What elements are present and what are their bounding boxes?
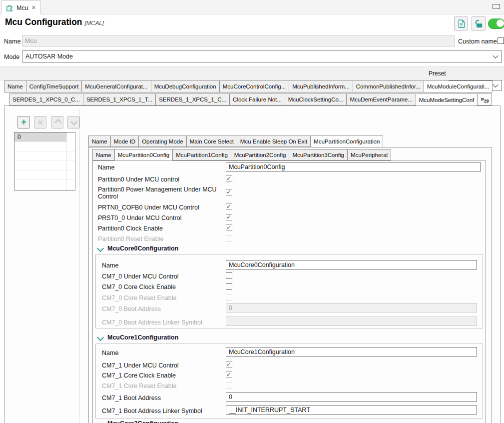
list-item[interactable] <box>14 161 75 170</box>
tab-mcudebugconfiguration[interactable]: McuDebugConfiguration <box>151 80 220 92</box>
custom-name-checkbox[interactable] <box>498 38 504 44</box>
checkbox-cm7-1-under-mcu-control[interactable] <box>226 362 232 368</box>
chevron-up-icon <box>54 118 61 126</box>
checkbox-label: CM7_0 Core Reset Enable <box>102 294 176 302</box>
checkbox-partition0-under-mcu-control[interactable] <box>226 176 232 182</box>
tab-mcucorecontrolconfig[interactable]: McuCoreControlConfig... <box>220 80 290 92</box>
delete-row-button[interactable]: ✕ <box>34 116 46 128</box>
tab-mcuperipheral[interactable]: McuPeripheral <box>348 149 391 160</box>
module-tab-row-2: SERDES_1_XPCS_0_C... SERDES_1_XPCS_1_T..… <box>9 94 504 106</box>
module-puzzle-icon <box>6 4 13 12</box>
tab-serdes-1-xpcs-0-c[interactable]: SERDES_1_XPCS_0_C... <box>9 94 83 106</box>
tab-mcugeneralconfiguration[interactable]: McuGeneralConfigurat... <box>82 80 151 92</box>
partition0-name-label: Name <box>98 164 114 171</box>
tab-mcupartition3config[interactable]: McuPartition3Config <box>289 149 348 160</box>
tab-configtimesupport[interactable]: ConfigTimeSupport <box>26 80 82 92</box>
list-item[interactable] <box>14 170 75 180</box>
tab-mode-id[interactable]: Mode ID <box>111 136 139 147</box>
field-label: CM7_1 Boot Address Linker Symbol <box>102 408 202 414</box>
module-tab-row-1: Name ConfigTimeSupport McuGeneralConfigu… <box>4 80 504 92</box>
core0-name-input[interactable] <box>226 260 477 270</box>
tab-mcumodesettingconf[interactable]: McuModeSettingConf <box>416 94 478 106</box>
move-down-button[interactable] <box>67 116 80 128</box>
checkbox-partition0-power-mgmt-under-mcu-control[interactable] <box>226 189 232 196</box>
tab-operating-mode[interactable]: Operating Mode <box>139 136 186 147</box>
checkbox-prst0-0-under-mcu-control[interactable] <box>226 214 232 220</box>
tab-mcupartition0config[interactable]: McuPartition0Config <box>115 149 173 161</box>
close-icon[interactable]: ✕ <box>31 4 36 11</box>
lock-button[interactable] <box>472 16 486 30</box>
list-item-0[interactable]: 0 <box>14 132 66 142</box>
cm7-1-boot-address-input[interactable] <box>226 392 477 402</box>
core1-name-label: Name <box>102 350 118 356</box>
mode-select-value: AUTOSAR Mode <box>25 53 73 60</box>
move-up-button[interactable] <box>51 116 63 128</box>
section-title: McuCore0Configuration <box>107 245 178 252</box>
checkbox-label: PRTN0_COFB0 Under MCU Control <box>98 204 199 211</box>
checkbox-prtn0-cofb0-under-mcu-control[interactable] <box>226 204 232 210</box>
chevron-down-icon <box>493 53 498 58</box>
section-header-mcucore0configuration[interactable]: McuCore0Configuration <box>98 245 178 252</box>
mcu-configuration-editor: Mcu ✕ Mcu Configuration[MCAL] Name Custo… <box>0 0 504 423</box>
cm7-0-boot-address-linker-symbol-input <box>226 316 477 326</box>
checkbox-cm7-1-core-clock-enable[interactable] <box>226 372 232 378</box>
list-item[interactable] <box>14 142 75 152</box>
tab-overflow-more[interactable]: »29 <box>478 94 492 106</box>
add-row-button[interactable]: + <box>17 116 30 128</box>
enable-toggle[interactable] <box>488 18 504 29</box>
tab-serdes-1-xpcs-1-c[interactable]: SERDES_1_XPCS_1_C... <box>156 94 230 106</box>
partition0-name-input[interactable] <box>226 162 481 172</box>
tab-mcuclocksettingconfig[interactable]: McuClockSettingCo... <box>285 94 347 106</box>
checkbox-partition0-clock-enable[interactable] <box>226 224 232 231</box>
mode-label: Mode <box>4 54 19 60</box>
toggle-knob <box>497 20 504 27</box>
field-label: CM7_0 Boot Address <box>102 306 161 312</box>
checkbox-label: Partition0 Power Management Under MCU Co… <box>98 186 225 200</box>
tab-serdes-1-xpcs-1-t[interactable]: SERDES_1_XPCS_1_T... <box>83 94 156 106</box>
plus-icon: + <box>21 118 26 126</box>
module-name-input[interactable] <box>22 36 455 46</box>
section-header-mcucore2configuration[interactable]: McuCore2Configuration <box>98 420 178 423</box>
editor-tab-label: Mcu <box>16 4 28 12</box>
export-document-button[interactable] <box>454 16 468 30</box>
checkbox-label: CM7_1 Core Reset Enable <box>102 382 176 390</box>
minimize-icon[interactable] <box>493 4 500 9</box>
tab-mode-name[interactable]: Name <box>88 136 111 147</box>
checkbox-label: PRST0_0 Under MCU Control <box>98 214 181 222</box>
tab-partition-name[interactable]: Name <box>92 149 115 160</box>
tab-mcupartition1config[interactable]: McuPartition1Config <box>173 149 231 160</box>
unlock-icon <box>474 20 483 28</box>
section-title: McuCore2Configuration <box>107 420 178 423</box>
tab-mcu-enable-sleep-on-exit[interactable]: Mcu Enable Sleep On Exit <box>237 136 311 147</box>
checkbox-cm7-0-core-clock-enable[interactable] <box>226 283 232 290</box>
section-header-mcucore1configuration[interactable]: McuCore1Configuration <box>98 334 178 341</box>
editor-tab-mcu[interactable]: Mcu ✕ <box>1 0 41 14</box>
mode-select[interactable]: AUTOSAR Mode <box>22 50 502 62</box>
checkbox-label: CM7_0 Under MCU Control <box>102 273 179 280</box>
splitter-sash[interactable] <box>79 110 79 423</box>
editor-tab-bar: Mcu ✕ <box>0 0 504 14</box>
core1-name-input[interactable] <box>226 347 477 356</box>
tab-main-core-select[interactable]: Main Core Select <box>187 136 237 147</box>
custom-name-label: Custom name <box>458 38 497 45</box>
page-title-tag: [MCAL] <box>85 20 104 26</box>
tab-name[interactable]: Name <box>4 80 26 92</box>
tab-mcupartitionconfiguration[interactable]: McuPartitionConfiguration <box>311 136 383 148</box>
checkbox-label: Partition0 Under MCU control <box>98 176 179 183</box>
tab-clock-failure-notification[interactable]: Clock Failure Not... <box>230 94 285 106</box>
tab-mcudemeventparameter[interactable]: McuDemEventParame... <box>347 94 416 106</box>
mode-tab-row: Name Mode ID Operating Mode Main Core Se… <box>88 136 492 148</box>
list-column-divider <box>66 132 67 190</box>
checkbox-cm7-0-under-mcu-control[interactable] <box>226 272 232 279</box>
tab-mcumoduleconfiguration[interactable]: McuModuleConfigurati... <box>424 80 493 92</box>
field-label: CM7_1 Boot Address <box>102 394 161 402</box>
list-item[interactable] <box>14 180 75 190</box>
name-label: Name <box>4 38 20 45</box>
tab-commonpublishedinformation[interactable]: CommonPublishedInfor... <box>353 80 424 92</box>
cm7-1-boot-address-linker-symbol-input[interactable] <box>226 405 477 414</box>
tab-mcupublishedinformation[interactable]: McuPublishedInform... <box>289 80 353 92</box>
list-item[interactable] <box>14 152 75 161</box>
overflow-count: 29 <box>484 98 489 104</box>
chevron-down-icon <box>97 245 104 252</box>
tab-mcupartition2config[interactable]: McuPartition2Config <box>231 149 290 160</box>
